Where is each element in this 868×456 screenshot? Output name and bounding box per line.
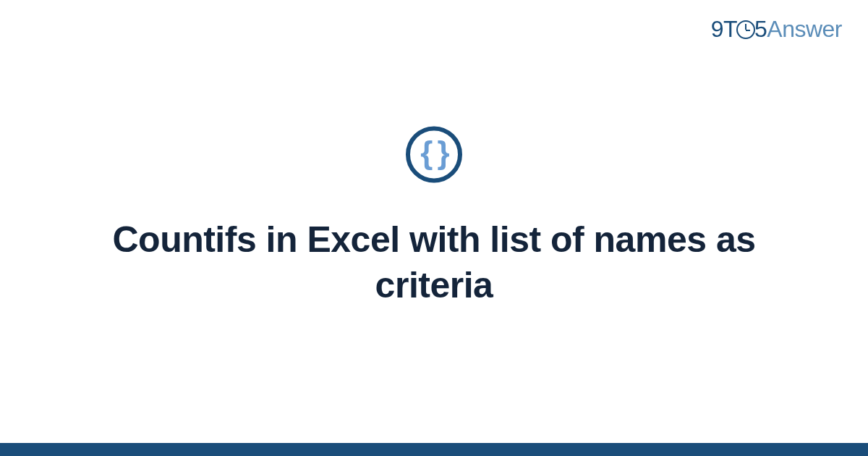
code-braces-icon: { } bbox=[420, 137, 447, 169]
logo-text-9t: 9T bbox=[711, 16, 737, 42]
logo-text-5: 5 bbox=[754, 16, 767, 42]
category-icon-circle: { } bbox=[406, 126, 462, 182]
logo-text-answer: Answer bbox=[767, 16, 842, 42]
footer-bar bbox=[0, 443, 868, 456]
page-title: Countifs in Excel with list of names as … bbox=[58, 217, 810, 308]
site-logo: 9T5Answer bbox=[711, 16, 842, 43]
main-content: { } Countifs in Excel with list of names… bbox=[0, 126, 868, 308]
clock-icon bbox=[736, 20, 755, 39]
